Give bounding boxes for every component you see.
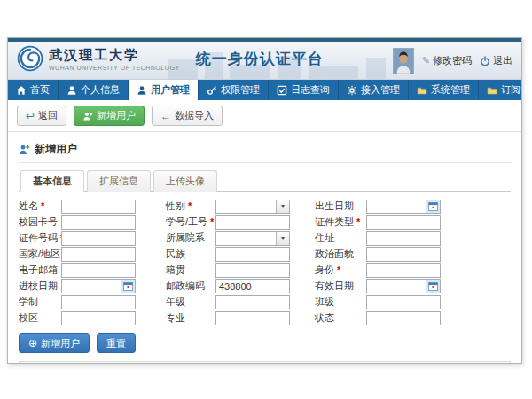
calendar-icon[interactable]: [426, 280, 440, 293]
field-study-length-label: 学制: [19, 295, 61, 309]
field-gender-label: 性别*: [166, 200, 215, 213]
postal-code-input[interactable]: [215, 279, 290, 293]
header: 武汉理工大学 WUHAN UNIVERSITY OF TECHNOLOGY 统一…: [8, 42, 521, 80]
logout-link[interactable]: 退出: [480, 54, 512, 67]
field-id-number-label: 证件号码*: [19, 231, 61, 245]
field-native-place-label: 籍贯: [166, 263, 215, 277]
add-user-icon: [19, 144, 30, 155]
home-icon: [16, 85, 27, 96]
valid-date-input[interactable]: [366, 279, 441, 293]
tab-bar: 基本信息 扩展信息 上传头像: [19, 169, 511, 192]
field-political-status-label: 政治面貌: [315, 247, 366, 261]
user-area: ✎ 修改密码 退出: [393, 42, 512, 80]
platform-title: 统一身份认证平台: [196, 49, 324, 69]
field-class-label: 班级: [315, 295, 366, 309]
major-input[interactable]: [215, 311, 290, 325]
gear-icon: [347, 85, 357, 96]
field-department-label: 所属院系: [166, 231, 215, 245]
email-input[interactable]: [61, 263, 136, 278]
main-nav: 首页 个人信息 用户管理 权限管理: [8, 80, 521, 100]
field-country-label: 国家/地区: [19, 247, 61, 261]
plus-circle-icon: ⊕: [28, 338, 37, 348]
university-subtitle: WUHAN UNIVERSITY OF TECHNOLOGY: [49, 65, 180, 71]
name-input[interactable]: [61, 200, 136, 214]
class-input[interactable]: [366, 295, 441, 309]
toolbar: ↩ 返回 新增用户 ← 数据导入: [8, 100, 521, 132]
id-number-input[interactable]: [61, 231, 136, 246]
select-all-checkbox[interactable]: [25, 364, 27, 364]
data-import-button[interactable]: ← 数据导入: [152, 106, 223, 126]
field-major-label: 专业: [166, 311, 215, 325]
submit-add-user-button[interactable]: ⊕ 新增用户: [19, 333, 90, 353]
brand-area: 武汉理工大学 WUHAN UNIVERSITY OF TECHNOLOGY 统一…: [17, 45, 324, 72]
chevron-down-icon[interactable]: ▾: [276, 232, 289, 245]
col-actions: 操作: [471, 363, 510, 364]
student-id-input[interactable]: [215, 215, 290, 230]
status-input[interactable]: [366, 311, 441, 325]
col-student-id: 学号/工号: [41, 363, 96, 364]
tab-basic-info[interactable]: 基本信息: [20, 170, 84, 192]
calendar-icon[interactable]: [121, 280, 135, 293]
grade-input[interactable]: [215, 295, 290, 309]
col-department: 所属院系: [270, 363, 471, 364]
ethnicity-input[interactable]: [215, 247, 290, 262]
nav-item-log-query[interactable]: 日志查询: [269, 80, 339, 100]
field-postal-code-label: 邮政编码: [166, 279, 215, 293]
gender-select[interactable]: ▾: [215, 200, 290, 214]
user-table-header: 学号/工号 姓名 性别 身份 所属院系 操作: [20, 362, 510, 364]
content-panel: 新增用户 基本信息 扩展信息 上传头像 姓名* 性别* ▾ 出生日期 校园卡号 …: [8, 132, 521, 364]
field-grade-label: 年级: [166, 295, 215, 309]
university-logo-icon: [17, 45, 43, 72]
field-id-type-label: 证件类型*: [315, 215, 366, 229]
birth-date-input[interactable]: [366, 200, 441, 214]
required-asterisk: *: [356, 216, 360, 227]
university-name-block: 武汉理工大学 WUHAN UNIVERSITY OF TECHNOLOGY: [49, 47, 180, 71]
nav-item-home[interactable]: 首页: [8, 80, 59, 100]
nav-item-profile[interactable]: 个人信息: [59, 80, 129, 100]
folder-icon: [487, 85, 497, 96]
campus-card-input[interactable]: [61, 215, 136, 230]
change-password-link[interactable]: ✎ 修改密码: [422, 54, 472, 67]
col-gender: 性别: [149, 363, 229, 364]
nav-item-permission-mgmt[interactable]: 权限管理: [199, 80, 269, 100]
field-address-label: 住址: [315, 231, 366, 245]
change-password-label: 修改密码: [433, 54, 472, 67]
address-input[interactable]: [366, 231, 441, 246]
new-user-form: 姓名* 性别* ▾ 出生日期 校园卡号 学号/工号* 证件类型* 证件号码* 所…: [19, 199, 511, 325]
study-length-input[interactable]: [61, 295, 136, 309]
reset-button[interactable]: 重置: [97, 333, 136, 353]
folder-icon: [417, 85, 427, 96]
power-icon: [480, 56, 490, 66]
enroll-date-input[interactable]: [61, 279, 136, 293]
tab-extended-info[interactable]: 扩展信息: [87, 170, 151, 192]
nav-item-subscription-mgmt[interactable]: 订阅管理: [479, 80, 522, 100]
user-icon: [137, 85, 147, 96]
back-arrow-icon: ↩: [26, 111, 35, 121]
campus-input[interactable]: [61, 311, 136, 325]
identity-input[interactable]: [366, 263, 441, 278]
nav-item-access-mgmt[interactable]: 接入管理: [339, 80, 409, 100]
field-valid-date-label: 有效日期: [315, 279, 366, 293]
political-status-input[interactable]: [366, 247, 441, 262]
native-place-input[interactable]: [215, 263, 290, 278]
field-campus-label: 校区: [19, 311, 61, 325]
nav-item-system-mgmt[interactable]: 系统管理: [409, 80, 479, 100]
user-icon: [66, 85, 77, 96]
chevron-down-icon[interactable]: ▾: [276, 200, 289, 213]
back-button[interactable]: ↩ 返回: [17, 106, 66, 126]
section-title: 新增用户: [19, 137, 511, 163]
log-icon: [277, 85, 287, 96]
calendar-icon[interactable]: [426, 200, 440, 213]
user-plus-icon: [82, 111, 93, 121]
user-table: 学号/工号 姓名 性别 身份 所属院系 操作: [19, 361, 511, 364]
field-name-label: 姓名*: [19, 200, 61, 213]
required-asterisk: *: [337, 264, 340, 275]
avatar: [393, 48, 414, 74]
tab-upload-avatar[interactable]: 上传头像: [153, 170, 217, 192]
add-user-toolbar-button[interactable]: 新增用户: [74, 106, 145, 126]
nav-item-user-mgmt[interactable]: 用户管理: [129, 80, 199, 100]
department-select[interactable]: ▾: [215, 231, 290, 246]
id-type-input[interactable]: [366, 215, 441, 230]
country-region-input[interactable]: [61, 247, 136, 262]
field-birth-date-label: 出生日期: [315, 200, 366, 213]
